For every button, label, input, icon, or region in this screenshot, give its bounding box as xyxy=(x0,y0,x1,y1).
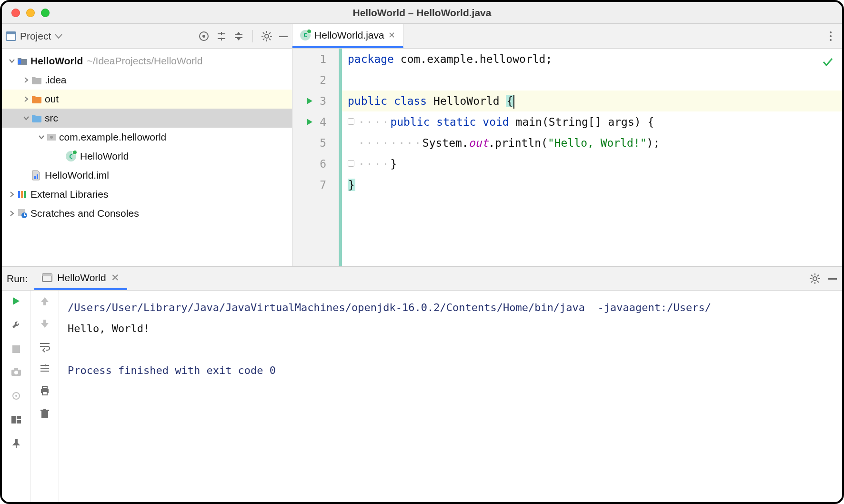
chevron-right-icon[interactable] xyxy=(21,77,31,83)
run-left-toolbar xyxy=(2,291,30,502)
chevron-down-icon[interactable] xyxy=(7,58,17,64)
up-arrow-icon[interactable] xyxy=(40,296,49,308)
svg-line-11 xyxy=(269,32,271,34)
chevron-down-icon[interactable] xyxy=(36,134,47,141)
console-line: /Users/User/Library/Java/JavaVirtualMach… xyxy=(68,302,711,313)
package-icon xyxy=(47,133,56,141)
svg-point-42 xyxy=(14,371,18,374)
zoom-window-button[interactable] xyxy=(41,9,50,17)
svg-line-12 xyxy=(263,39,264,40)
svg-point-26 xyxy=(830,39,832,41)
project-tree[interactable]: HelloWorld ~/IdeaProjects/HelloWorld .id… xyxy=(2,49,292,223)
close-window-button[interactable] xyxy=(11,9,20,17)
tree-root[interactable]: HelloWorld ~/IdeaProjects/HelloWorld xyxy=(2,51,292,71)
svg-line-37 xyxy=(811,281,813,282)
svg-rect-1 xyxy=(6,32,16,34)
hide-panel-icon[interactable] xyxy=(828,274,837,283)
run-gutter-icon[interactable] xyxy=(306,111,313,132)
svg-rect-53 xyxy=(43,409,46,410)
code-content[interactable]: package com.example.helloworld; public c… xyxy=(342,49,842,266)
editor-tab-label: HelloWorld.java xyxy=(314,30,384,41)
close-tab-icon[interactable]: ✕ xyxy=(388,30,395,40)
close-run-tab-icon[interactable]: ✕ xyxy=(111,272,120,283)
debug-icon[interactable] xyxy=(11,391,21,403)
svg-rect-47 xyxy=(17,420,21,423)
editor-more-icon[interactable] xyxy=(819,24,842,48)
main-area: Project xyxy=(2,24,842,266)
chevron-right-icon[interactable] xyxy=(7,191,17,198)
soft-wrap-icon[interactable] xyxy=(39,342,50,353)
ide-window: HelloWorld – HelloWorld.java Project xyxy=(0,0,844,504)
wrench-icon[interactable] xyxy=(11,320,21,333)
gear-icon[interactable] xyxy=(261,31,272,41)
scroll-to-end-icon[interactable] xyxy=(40,364,50,374)
code-editor[interactable]: 1 2 3 4 5 6 7 package com.example.hellow… xyxy=(292,49,842,266)
layout-icon[interactable] xyxy=(11,415,21,426)
svg-point-25 xyxy=(830,35,832,37)
tree-item-label: src xyxy=(45,112,58,124)
line-number: 4 xyxy=(318,111,326,132)
svg-rect-13 xyxy=(279,36,288,37)
editor-gutter[interactable]: 1 2 3 4 5 6 7 xyxy=(292,49,339,266)
tree-item-iml[interactable]: HelloWorld.iml xyxy=(2,166,292,185)
select-opened-file-icon[interactable] xyxy=(198,30,210,42)
project-view-icon xyxy=(6,31,16,41)
expand-all-icon[interactable] xyxy=(216,31,227,41)
source-folder-icon xyxy=(31,114,42,122)
editor-tab[interactable]: C HelloWorld.java ✕ xyxy=(292,24,403,48)
tree-item-label: .idea xyxy=(45,74,67,86)
line-number: 2 xyxy=(318,70,326,91)
svg-rect-19 xyxy=(18,191,20,198)
collapse-all-icon[interactable] xyxy=(233,31,244,41)
tree-item-out[interactable]: out xyxy=(2,90,292,109)
line-number: 5 xyxy=(318,132,326,153)
svg-line-9 xyxy=(263,32,264,34)
gear-icon[interactable] xyxy=(810,273,820,284)
chevron-right-icon[interactable] xyxy=(7,210,17,217)
svg-point-24 xyxy=(830,31,832,33)
chevron-down-icon[interactable] xyxy=(21,115,31,121)
rerun-icon[interactable] xyxy=(12,296,20,308)
console-output[interactable]: /Users/User/Library/Java/JavaVirtualMach… xyxy=(59,291,842,502)
svg-point-44 xyxy=(15,395,17,397)
project-view-dropdown-icon[interactable] xyxy=(55,33,62,39)
minimize-window-button[interactable] xyxy=(26,9,35,17)
run-config-icon xyxy=(42,273,52,282)
tree-item-idea[interactable]: .idea xyxy=(2,71,292,90)
project-tool-window: Project xyxy=(2,24,292,266)
down-arrow-icon[interactable] xyxy=(40,319,49,331)
hide-panel-icon[interactable] xyxy=(279,31,288,41)
titlebar[interactable]: HelloWorld – HelloWorld.java xyxy=(2,2,842,24)
trash-icon[interactable] xyxy=(40,409,50,421)
run-gutter-icon[interactable] xyxy=(306,91,313,111)
tree-item-label: HelloWorld.iml xyxy=(45,170,109,181)
svg-rect-14 xyxy=(18,60,21,64)
editor-tabbar: C HelloWorld.java ✕ xyxy=(292,24,842,49)
project-tool-title[interactable]: Project xyxy=(20,30,51,42)
svg-rect-50 xyxy=(42,392,47,395)
fold-indicator-icon[interactable] xyxy=(348,118,354,125)
line-number: 6 xyxy=(318,153,326,174)
tree-item-external-libraries[interactable]: External Libraries xyxy=(2,185,292,204)
camera-icon[interactable] xyxy=(11,368,21,378)
tree-item-class[interactable]: C HelloWorld xyxy=(2,147,292,166)
tree-item-src[interactable]: src xyxy=(2,109,292,128)
svg-rect-45 xyxy=(11,416,16,423)
run-tool-window: Run: HelloWorld ✕ xyxy=(2,266,842,502)
stop-icon[interactable] xyxy=(12,345,20,355)
text-caret xyxy=(513,95,514,109)
java-class-icon: C xyxy=(300,30,311,40)
run-config-tab[interactable]: HelloWorld ✕ xyxy=(34,267,127,290)
svg-rect-41 xyxy=(14,368,18,370)
tree-item-scratches[interactable]: Scratches and Consoles xyxy=(2,204,292,223)
tree-item-package[interactable]: com.example.helloworld xyxy=(2,128,292,147)
tree-item-label: External Libraries xyxy=(30,189,108,200)
chevron-right-icon[interactable] xyxy=(21,96,31,102)
svg-point-29 xyxy=(813,277,817,281)
pin-icon[interactable] xyxy=(11,438,21,451)
print-icon[interactable] xyxy=(40,386,50,397)
tree-root-path: ~/IdeaProjects/HelloWorld xyxy=(87,55,202,67)
fold-indicator-icon[interactable] xyxy=(348,160,354,167)
project-tool-header: Project xyxy=(2,24,292,49)
window-title: HelloWorld – HelloWorld.java xyxy=(2,7,842,19)
